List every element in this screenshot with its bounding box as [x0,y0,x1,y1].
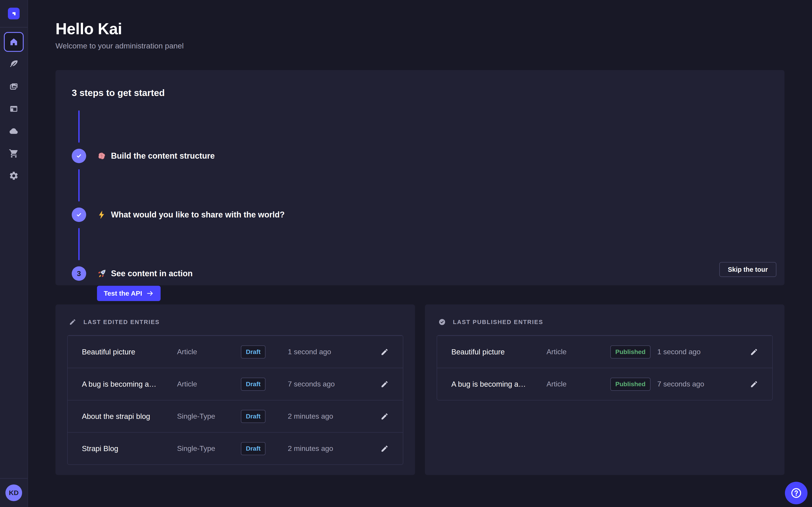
tour-step: Build the content structure [72,110,768,163]
main-content: Hello Kai Welcome to your administration… [28,0,812,475]
sidebar-item-media-library[interactable] [4,76,24,97]
pencil-icon [380,412,389,420]
edit-entry-button[interactable] [380,348,389,356]
step-label: Build the content structure [111,151,215,161]
main-nav [4,32,24,186]
last-published-panel: LAST PUBLISHED ENTRIES Beautiful picture… [425,304,784,475]
check-icon [75,211,83,219]
content-manager-feather-icon [9,59,19,69]
table-row: Beautiful picture Article Published 1 se… [437,336,772,368]
panel-title: LAST EDITED ENTRIES [84,319,160,326]
status-badge: Draft [241,410,265,423]
test-api-button[interactable]: Test the API [97,286,161,301]
edit-entry-button[interactable] [750,380,758,388]
entry-kind: Article [177,348,241,356]
tour-step: 3 See content in action [72,228,768,281]
table-row: About the strapi blog Single-Type Draft … [68,400,403,432]
table-row: A bug is becoming a… Article Draft 7 sec… [68,368,403,400]
skip-tour-button[interactable]: Skip the tour [719,262,776,277]
entry-title: A bug is becoming a… [82,380,177,389]
step-connector-line [78,110,80,143]
media-library-images-icon [9,81,19,92]
last-edited-header: LAST EDITED ENTRIES [67,316,403,326]
step-label: What would you like to share with the wo… [111,210,285,220]
entry-time: 2 minutes ago [288,412,375,420]
page-header: Hello Kai Welcome to your administration… [55,0,784,50]
table-row: A bug is becoming a… Article Published 7… [437,368,772,400]
entry-title: A bug is becoming a… [451,380,547,389]
settings-gear-icon [9,171,19,181]
entry-time: 7 seconds ago [288,380,375,388]
entry-title: Strapi Blog [82,444,177,453]
entry-kind: Article [547,380,610,388]
status-badge: Draft [241,378,265,391]
entry-time: 7 seconds ago [657,380,745,388]
step-status-bullet [72,208,86,222]
step-emoji-icon [97,269,106,278]
step-number: 3 [77,270,81,278]
edit-entry-button[interactable] [380,380,389,388]
step-status-bullet: 3 [72,266,86,281]
pencil-icon [69,319,76,326]
content-type-builder-layout-icon [9,104,19,114]
sidebar-item-content-type-builder[interactable] [4,99,24,119]
strapi-logo-glyph [10,10,17,17]
entry-time: 1 second ago [288,348,375,356]
entries-panels: LAST EDITED ENTRIES Beautiful picture Ar… [55,304,784,475]
entry-kind: Article [547,348,610,356]
marketplace-cart-icon [9,149,19,158]
pencil-icon [380,348,389,356]
pencil-icon [380,380,389,388]
cloud-icon [9,126,19,136]
strapi-logo-icon[interactable] [8,8,19,19]
user-avatar[interactable]: KD [5,485,22,501]
check-icon [75,152,83,160]
sidebar: KD [0,0,28,507]
entry-title: Beautiful picture [82,348,177,356]
page-title: Hello Kai [55,20,784,38]
pencil-icon [380,445,389,453]
status-badge: Published [610,378,651,391]
check-circle-icon [439,319,446,326]
brain-icon [97,151,106,161]
sidebar-item-marketplace[interactable] [4,144,24,163]
sidebar-item-cloud[interactable] [4,121,24,141]
last-edited-panel: LAST EDITED ENTRIES Beautiful picture Ar… [55,304,415,475]
pencil-icon [750,380,758,388]
rocket-icon [97,269,106,278]
status-badge: Draft [241,345,265,358]
steps-list: Build the content structure [72,110,768,281]
sidebar-item-settings[interactable] [4,166,24,186]
status-badge: Published [610,345,651,358]
last-edited-table: Beautiful picture Article Draft 1 second… [67,335,403,465]
logo-container [0,0,28,27]
edit-entry-button[interactable] [380,445,389,453]
question-circle-icon [790,487,802,499]
edit-entry-button[interactable] [750,348,758,356]
entry-time: 2 minutes ago [288,444,375,453]
step-connector-line [78,228,80,260]
entry-title: Beautiful picture [451,348,547,356]
last-published-table: Beautiful picture Article Published 1 se… [437,335,773,400]
step-label: See content in action [111,269,193,278]
sidebar-item-home[interactable] [4,32,24,52]
edit-entry-button[interactable] [380,412,389,420]
page-subtitle: Welcome to your administration panel [55,42,784,50]
table-row: Beautiful picture Article Draft 1 second… [68,336,403,368]
guided-tour-title: 3 steps to get started [72,88,768,98]
table-row: Strapi Blog Single-Type Draft 2 minutes … [68,432,403,464]
step-emoji-icon [97,151,106,161]
step-emoji-icon [97,210,106,220]
arrow-right-icon [146,290,154,297]
lightning-bolt-icon [97,210,106,220]
entry-kind: Single-Type [177,412,241,420]
sidebar-item-content-manager[interactable] [4,54,24,74]
last-published-header: LAST PUBLISHED ENTRIES [437,316,773,326]
entry-title: About the strapi blog [82,412,177,421]
pencil-icon [750,348,758,356]
entry-time: 1 second ago [657,348,745,356]
panel-title: LAST PUBLISHED ENTRIES [453,319,543,326]
sidebar-footer: KD [0,478,28,507]
help-button[interactable] [785,482,808,504]
tour-step: What would you like to share with the wo… [72,169,768,222]
